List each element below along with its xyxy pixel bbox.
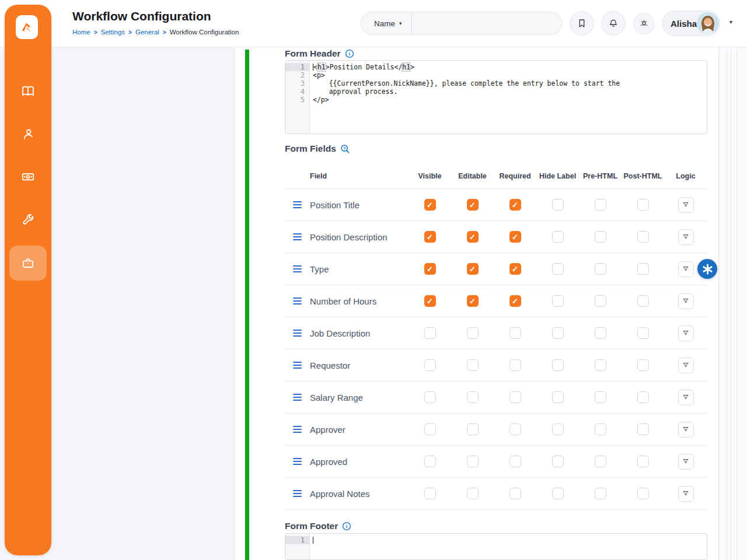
checkbox-editable[interactable]: ✓ (467, 199, 479, 211)
form-header-code-editor[interactable]: 1<h1>Position Details</h1>2<p>3 {{Curren… (285, 60, 707, 134)
breadcrumb-link[interactable]: General (135, 29, 159, 36)
form-footer-code-editor[interactable]: 1 (285, 533, 707, 560)
checkbox-post-html[interactable] (637, 488, 649, 499)
checkbox-hide-label[interactable] (552, 263, 564, 275)
checkbox-hide-label[interactable] (552, 231, 564, 243)
checkbox-visible[interactable] (424, 391, 436, 403)
checkbox-post-html[interactable] (637, 391, 649, 403)
drag-handle-icon[interactable] (285, 458, 310, 465)
checkbox-post-html[interactable] (637, 231, 649, 243)
field-logic-button[interactable] (678, 293, 694, 309)
sidebar-item-briefcase[interactable] (9, 246, 47, 281)
checkbox-editable[interactable] (467, 488, 479, 499)
checkbox-required[interactable] (509, 359, 521, 371)
checkbox-pre-html[interactable] (595, 488, 606, 499)
checkbox-pre-html[interactable] (595, 327, 606, 339)
checkbox-hide-label[interactable] (552, 327, 564, 339)
drag-handle-icon[interactable] (285, 201, 310, 208)
checkbox-pre-html[interactable] (595, 263, 606, 275)
checkbox-required[interactable] (509, 327, 521, 339)
sidebar-item-wrench[interactable] (9, 202, 47, 237)
checkbox-required[interactable]: ✓ (509, 231, 521, 243)
field-logic-button[interactable] (678, 229, 694, 245)
checkbox-visible[interactable]: ✓ (424, 263, 436, 275)
field-logic-button[interactable] (678, 326, 694, 341)
checkbox-editable[interactable] (467, 391, 479, 403)
checkbox-pre-html[interactable] (595, 231, 606, 243)
field-logic-button[interactable] (678, 390, 694, 405)
checkbox-pre-html[interactable] (595, 424, 606, 435)
sidebar-item-money[interactable] (9, 159, 47, 194)
breadcrumb-link[interactable]: Home (72, 29, 90, 36)
checkbox-visible[interactable] (424, 424, 436, 435)
checkbox-post-html[interactable] (637, 456, 649, 467)
notifications-button[interactable] (601, 11, 626, 36)
checkbox-visible[interactable] (424, 488, 436, 499)
search-help-icon[interactable]: ? (340, 144, 350, 154)
checkbox-post-html[interactable] (637, 295, 649, 307)
checkbox-visible[interactable]: ✓ (424, 295, 436, 307)
checkbox-editable[interactable] (467, 327, 479, 339)
checkbox-required[interactable]: ✓ (509, 295, 521, 307)
sidebar-item-book[interactable] (9, 74, 47, 108)
drag-handle-icon[interactable] (285, 490, 310, 497)
checkbox-required[interactable] (509, 391, 521, 403)
field-logic-button[interactable] (678, 486, 694, 502)
field-logic-button[interactable] (678, 422, 694, 438)
info-icon[interactable]: i (342, 522, 351, 531)
checkbox-post-html[interactable] (637, 199, 649, 211)
user-menu-caret[interactable]: ▾ (729, 19, 732, 25)
checkbox-post-html[interactable] (637, 359, 649, 371)
drag-handle-icon[interactable] (285, 394, 310, 401)
drag-handle-icon[interactable] (285, 298, 310, 304)
checkbox-required[interactable] (509, 424, 521, 435)
field-logic-button[interactable] (678, 454, 694, 470)
user-menu[interactable]: Alisha (662, 10, 720, 36)
checkbox-post-html[interactable] (637, 327, 649, 339)
checkbox-pre-html[interactable] (595, 295, 606, 307)
checkbox-pre-html[interactable] (595, 391, 606, 403)
drag-handle-icon[interactable] (285, 362, 310, 369)
search-filter-dropdown[interactable]: Name ▾ (361, 12, 412, 34)
checkbox-required[interactable]: ✓ (509, 263, 521, 275)
checkbox-visible[interactable] (424, 456, 436, 467)
checkbox-editable[interactable] (467, 456, 479, 467)
checkbox-required[interactable] (509, 456, 521, 467)
checkbox-editable[interactable]: ✓ (467, 231, 479, 243)
checkbox-editable[interactable]: ✓ (467, 295, 479, 307)
checkbox-required[interactable] (509, 488, 521, 499)
checkbox-visible[interactable] (424, 359, 436, 371)
checkbox-editable[interactable] (467, 424, 479, 435)
app-logo[interactable] (16, 15, 38, 39)
checkbox-hide-label[interactable] (552, 424, 564, 435)
checkbox-visible[interactable] (424, 327, 436, 339)
checkbox-hide-label[interactable] (552, 456, 564, 467)
checkbox-hide-label[interactable] (552, 391, 564, 403)
checkbox-post-html[interactable] (637, 424, 649, 435)
checkbox-pre-html[interactable] (595, 359, 606, 371)
checkbox-required[interactable]: ✓ (509, 199, 521, 211)
checkbox-editable[interactable] (467, 359, 479, 371)
checkbox-editable[interactable]: ✓ (467, 263, 479, 275)
checkbox-hide-label[interactable] (552, 488, 564, 499)
drag-handle-icon[interactable] (285, 330, 310, 337)
sidebar-item-person[interactable] (9, 117, 47, 152)
checkbox-hide-label[interactable] (552, 359, 564, 371)
field-logic-button[interactable] (678, 261, 694, 277)
checkbox-pre-html[interactable] (595, 456, 606, 467)
bookmarks-button[interactable] (570, 11, 594, 36)
checkbox-pre-html[interactable] (595, 199, 606, 211)
drag-handle-icon[interactable] (285, 233, 310, 240)
drag-handle-icon[interactable] (285, 426, 310, 433)
checkbox-visible[interactable]: ✓ (424, 231, 436, 243)
field-logic-button[interactable] (678, 358, 694, 373)
breadcrumb-link[interactable]: Settings (101, 29, 125, 36)
checkbox-hide-label[interactable] (552, 295, 564, 307)
search-input[interactable] (412, 12, 561, 34)
checkbox-post-html[interactable] (637, 263, 649, 275)
info-icon[interactable]: i (345, 49, 354, 58)
checkbox-visible[interactable]: ✓ (424, 199, 436, 211)
field-logic-button[interactable] (678, 197, 694, 213)
theme-toggle-button[interactable] (633, 13, 655, 34)
checkbox-hide-label[interactable] (552, 199, 564, 211)
